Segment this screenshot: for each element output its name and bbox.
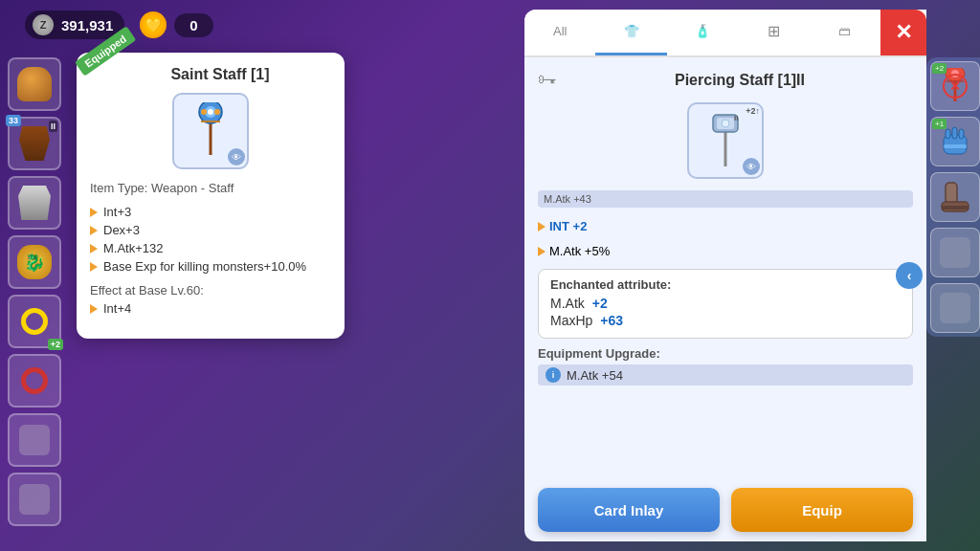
tab-equipment-icon: 👕 [624, 24, 639, 38]
item-slot-helmet[interactable] [8, 57, 61, 111]
left-items-panel: 33 II 🐉 +2 [8, 57, 61, 526]
enchanted-maxhp-name: MaxHp [550, 313, 592, 328]
item-slot-ring-gold[interactable]: +2 [8, 295, 61, 348]
stat-item-exp: Base Exp for killing monsters+10.0% [90, 259, 331, 274]
ring-gold-upgrade: +2 [48, 339, 63, 350]
tab-grid[interactable]: ⊞ [738, 10, 809, 55]
empty-inv-icon-1 [940, 237, 970, 268]
close-icon: ✕ [895, 20, 912, 45]
svg-rect-19 [959, 129, 964, 139]
effect-label: Effect at Base Lv.60: [90, 283, 331, 298]
inv-slot-1[interactable]: +2 ✕ [930, 61, 980, 111]
right-inventory: +2 ✕ +1 [926, 57, 980, 337]
enchanted-matk-value: +2 [592, 296, 608, 311]
arrow-icon-1 [90, 208, 98, 217]
eye-icon[interactable]: 👁 [228, 148, 245, 165]
tab-equipment[interactable]: 👕 [595, 10, 666, 55]
equip-button[interactable]: Equip [731, 488, 913, 532]
dragon-icon: 🐉 [17, 245, 52, 279]
currency-value: 391,931 [61, 17, 113, 33]
svg-point-4 [201, 109, 207, 115]
item-slot-ring-red[interactable] [8, 354, 61, 408]
enchanted-stat-maxhp: MaxHp +63 [550, 313, 901, 328]
svg-point-10 [722, 120, 729, 127]
item-slot-cloak[interactable]: 33 II [8, 117, 61, 170]
enchanted-box: Enchanted attribute: M.Atk +2 MaxHp +63 [538, 269, 913, 339]
equipped-item-name: Saint Staff [1] [109, 66, 331, 83]
arrow-icon-4 [90, 262, 98, 272]
stat-label-4: Base Exp for killing monsters+10.0% [103, 259, 306, 274]
stat-label-2: Dex+3 [103, 223, 140, 237]
tab-accessories-icon: 🧴 [695, 24, 710, 38]
arrow-icon-5 [90, 304, 98, 314]
comparison-item-box: II 👁 +2↑ [538, 102, 913, 179]
upgrade-icon: i [546, 367, 561, 383]
panel-footer: Card Inlay Equip [524, 478, 926, 541]
slot-badge: 33 [6, 115, 21, 126]
currency-z-icon: Z [33, 14, 54, 35]
key-icon: 🗝 [538, 69, 557, 91]
arrow-int [538, 222, 546, 231]
tab-card-icon: 🗃 [838, 24, 851, 38]
effect-stat-label-1: Int+4 [103, 301, 131, 316]
helmet-icon [17, 67, 52, 101]
eye-icon-2[interactable]: 👁 [743, 158, 760, 175]
item-slot-dragon[interactable]: 🐉 [8, 235, 61, 289]
inv-slot-5[interactable] [930, 283, 980, 333]
stat-line-matk-pct: M.Atk +5% [538, 244, 913, 258]
empty-slot-icon-2 [19, 484, 50, 515]
effect-stat-list: Int+4 [90, 301, 331, 316]
comparison-item-name: Piercing Staff [1]II [567, 72, 913, 89]
tab-card[interactable]: 🗃 [810, 10, 880, 55]
enchanted-maxhp-value: +63 [600, 313, 623, 328]
equipped-item-image: 👁 [90, 93, 331, 169]
equipped-card: Equipped Saint Staff [1] 👁 Item Type: We… [77, 53, 345, 339]
svg-text:II: II [734, 114, 738, 122]
up-badge-2: +1 [932, 119, 947, 129]
inv-slot-4[interactable] [930, 228, 980, 277]
stat-list: Int+3 Dex+3 M.Atk+132 Base Exp for killi… [90, 205, 331, 274]
close-button[interactable]: ✕ [880, 10, 926, 55]
stat-label-1: Int+3 [103, 205, 131, 219]
comparison-header: 🗝 Piercing Staff [1]II [538, 69, 913, 91]
arrow-matk-pct [538, 247, 546, 256]
nav-arrow-button[interactable]: ‹ [896, 262, 923, 289]
item-slot-empty-2[interactable] [8, 473, 61, 526]
item-slot-empty-1[interactable] [8, 413, 61, 467]
svg-rect-17 [946, 129, 950, 139]
upgrade-section: Equipment Upgrade: i M.Atk +54 [538, 346, 913, 386]
stat-line-int: INT +2 [538, 219, 913, 233]
currency-group: Z 391,931 [25, 11, 124, 39]
boots-icon [938, 179, 972, 215]
enchanted-matk-name: M.Atk [550, 296, 585, 311]
m-atk-bar-value: M.Atk +43 [544, 193, 591, 205]
upgrade-bar: i M.Atk +54 [538, 364, 913, 386]
svg-rect-21 [946, 183, 957, 204]
stat-matk-pct-label: M.Atk +5% [549, 244, 610, 258]
empty-slot-icon-1 [19, 425, 50, 455]
item-slot-armor[interactable] [8, 176, 61, 230]
effect-stat-item-int4: Int+4 [90, 301, 331, 316]
tab-grid-icon: ⊞ [768, 22, 780, 40]
card-inlay-button[interactable]: Card Inlay [538, 488, 720, 532]
heart-value: 0 [174, 13, 212, 37]
tab-accessories[interactable]: 🧴 [667, 10, 738, 55]
empty-inv-icon-2 [940, 293, 970, 323]
staff-image-box: 👁 [172, 93, 249, 169]
svg-point-5 [214, 109, 220, 115]
tab-all[interactable]: All [524, 10, 595, 55]
enchanted-title: Enchanted attribute: [550, 277, 901, 292]
stat-label-3: M.Atk+132 [103, 241, 164, 255]
stat-int-label: INT +2 [549, 219, 587, 233]
enchanted-stat-matk: M.Atk +2 [550, 296, 901, 311]
inv-slot-2[interactable]: +1 [930, 117, 980, 166]
piercing-staff-box: II 👁 +2↑ [687, 102, 764, 179]
ring-gold-icon [21, 308, 48, 335]
inv-slot-3[interactable] [930, 172, 980, 222]
cloak-upgrade-badge: II [49, 121, 57, 132]
svg-rect-23 [942, 206, 969, 209]
upgrade-marker: +2↑ [746, 106, 760, 116]
ring-red-icon [21, 367, 48, 394]
item-type: Item Type: Weapon - Staff [90, 181, 331, 195]
upgrade-value: M.Atk +54 [567, 368, 623, 383]
